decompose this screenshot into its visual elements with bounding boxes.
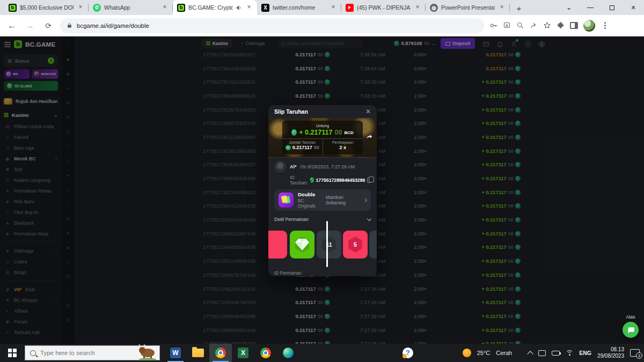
copy-icon[interactable] xyxy=(367,178,371,183)
profit-amount-dim: 00 xyxy=(334,129,342,136)
share-bet-button[interactable] xyxy=(366,133,373,143)
player-name: Al* xyxy=(290,164,297,169)
weather-temp[interactable]: 25°C xyxy=(477,350,491,356)
youtube-favicon-icon xyxy=(346,4,354,12)
back-to-top-label: Atas xyxy=(626,314,635,320)
browser-tab-bar: b $5,000 Exclusive DOU × ✆ WhatsApp × b … xyxy=(0,0,644,15)
chat-bubble-icon xyxy=(627,326,635,334)
search-icon xyxy=(30,350,36,356)
share-icon[interactable] xyxy=(530,21,538,29)
game-detail-label: Detil Permainan xyxy=(274,217,309,222)
result-tile-green-diamond xyxy=(290,231,314,258)
weather-desc[interactable]: Cerah xyxy=(496,350,512,356)
browser-menu-icon[interactable] xyxy=(601,22,609,29)
result-tile-dark-partial xyxy=(369,231,377,258)
taskbar-edge-icon[interactable] xyxy=(277,344,299,362)
chevron-down-icon xyxy=(367,216,371,220)
tab-audio-icon[interactable] xyxy=(236,5,242,11)
action-center-icon[interactable]: 3 xyxy=(630,349,640,357)
taskbar-word-icon[interactable]: W xyxy=(164,344,187,362)
game-card[interactable]: Double BC Originals Mainkan Sekarang xyxy=(274,189,371,211)
back-button[interactable]: ← xyxy=(5,21,18,31)
play-now-link[interactable]: Mainkan Sekarang xyxy=(326,195,367,205)
url-text: bcgame.ai/id/game/double xyxy=(77,23,149,29)
tab-youtube[interactable]: (45) PWK - DIPENJARA × xyxy=(341,0,426,15)
tablet-mode-icon[interactable] xyxy=(538,350,546,356)
bcd-coin-icon xyxy=(291,129,297,136)
tab-close-icon[interactable]: × xyxy=(77,4,84,11)
address-bar[interactable]: bcgame.ai/id/game/double xyxy=(60,18,484,33)
search-zoom-icon[interactable] xyxy=(516,21,524,29)
bookmark-star-icon[interactable] xyxy=(543,21,551,29)
new-tab-button[interactable]: + xyxy=(512,1,526,15)
clock-time: 08.13 xyxy=(597,346,624,353)
extensions-puzzle-icon[interactable] xyxy=(557,21,565,29)
tab-whatsapp[interactable]: ✆ WhatsApp × xyxy=(89,0,173,15)
reload-button[interactable]: ⟳ xyxy=(42,21,55,30)
live-chat-button[interactable] xyxy=(623,322,639,338)
start-button[interactable] xyxy=(0,344,25,362)
twitter-x-favicon-icon: X xyxy=(261,4,269,12)
game-detail-toggle[interactable]: Detil Permainan xyxy=(274,215,371,224)
bet-timestamp: On 8/29/2023, 7:27:28 AM xyxy=(301,164,355,169)
bcgame-favicon-icon: b xyxy=(9,4,17,12)
language-indicator[interactable]: ENG xyxy=(579,350,591,356)
password-key-icon[interactable] xyxy=(489,21,497,29)
battery-icon[interactable] xyxy=(552,351,560,356)
profile-avatar[interactable] xyxy=(583,20,595,32)
tab-close-icon[interactable]: × xyxy=(161,4,169,11)
wifi-icon[interactable] xyxy=(566,350,573,356)
bet-amount-dim: 00 xyxy=(314,145,319,150)
taskbar-excel-icon[interactable]: X xyxy=(232,344,254,362)
window-close-button[interactable]: × xyxy=(623,0,644,15)
tab-bcgame-active[interactable]: b BC.GAME: Crypto × xyxy=(173,0,257,15)
taskbar-chrome-icon[interactable] xyxy=(254,344,277,362)
taskbar-search-input[interactable] xyxy=(40,350,121,356)
windows-taskbar: W X ? 25°C Cerah ENG 08.13 29/08/2023 3 xyxy=(0,344,644,362)
tab-bcgame-promo[interactable]: b $5,000 Exclusive DOU × xyxy=(4,0,89,15)
bet-amount-label: Jumlah Taruhan xyxy=(282,141,323,144)
tab-twitter[interactable]: X twitter.com/home × xyxy=(257,0,341,15)
whatsapp-favicon-icon: ✆ xyxy=(93,4,101,12)
tab-close-icon[interactable]: × xyxy=(498,4,506,11)
tab-close-icon[interactable]: × xyxy=(245,4,253,11)
window-maximize-button[interactable] xyxy=(601,0,623,15)
taskbar-chrome-active-icon[interactable] xyxy=(209,344,232,362)
window-minimize-button[interactable]: — xyxy=(580,0,601,15)
tab-search-chevron-icon[interactable]: ⌄ xyxy=(558,0,580,15)
side-panel-icon[interactable] xyxy=(570,22,578,29)
result-marker-line xyxy=(326,221,328,267)
player-avatar xyxy=(274,161,286,173)
taskbar-search-box[interactable] xyxy=(25,345,160,360)
forward-button[interactable]: → xyxy=(24,21,36,31)
weather-sun-icon[interactable] xyxy=(463,349,471,357)
payout-label: Pembayaran xyxy=(323,141,363,144)
chevron-right-icon xyxy=(363,198,367,202)
result-tile-11: 11 xyxy=(317,231,341,258)
help-icon[interactable]: ? xyxy=(402,348,413,358)
tile-number: 5 xyxy=(347,237,363,253)
tab-title: PowerPoint Presentat xyxy=(441,4,495,11)
clock-date: 29/08/2023 xyxy=(597,353,624,359)
double-result-strip: 11 5 xyxy=(274,225,371,267)
diamond-gem-icon xyxy=(294,238,310,252)
tab-title: twitter.com/home xyxy=(273,4,326,11)
install-download-icon[interactable] xyxy=(503,21,511,29)
modal-close-icon[interactable]: ✕ xyxy=(365,108,371,115)
double-game-icon xyxy=(279,193,294,208)
tab-close-icon[interactable]: × xyxy=(414,4,421,11)
tile-number: 11 xyxy=(321,237,337,253)
bcd-coin-icon xyxy=(286,145,291,150)
profit-card: Untung + 0.21711700 BCD Jumlah Taruhan 0… xyxy=(282,121,363,154)
payout-value: 2 x xyxy=(323,145,363,150)
tab-powerpoint[interactable]: ◍ PowerPoint Presentat × xyxy=(426,0,510,15)
tab-title: (45) PWK - DIPENJARA xyxy=(357,4,411,11)
taskbar-file-explorer-icon[interactable] xyxy=(187,344,209,362)
untung-label: Untung xyxy=(282,123,363,128)
search-highlight-bull-image[interactable] xyxy=(136,344,158,360)
tab-title: $5,000 Exclusive DOU xyxy=(20,4,74,11)
tab-close-icon[interactable]: × xyxy=(330,4,337,11)
back-to-top[interactable]: Atas xyxy=(623,314,639,338)
clock[interactable]: 08.13 29/08/2023 xyxy=(597,346,624,359)
tray-expand-icon[interactable] xyxy=(528,351,533,357)
